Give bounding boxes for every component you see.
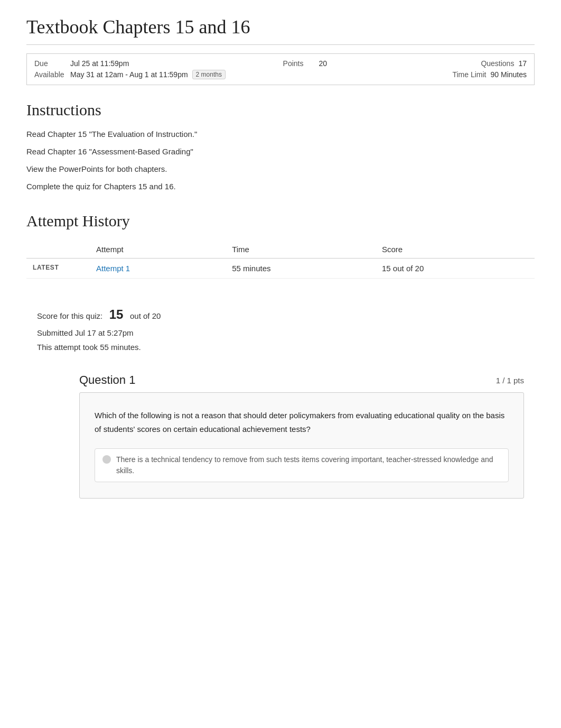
time-limit-value: 90 Minutes (491, 70, 527, 79)
question-pts: 1 / 1 pts (496, 376, 524, 385)
attempt-link[interactable]: Attempt 1 (96, 264, 130, 273)
attempt-history-section: Attempt History Attempt Time Score LATES… (26, 212, 535, 279)
instruction-item: Read Chapter 15 "The Evaluation of Instr… (26, 130, 535, 139)
question-title: Question 1 (79, 373, 135, 387)
duration-line: This attempt took 55 minutes. (37, 340, 524, 354)
available-value: May 31 at 12am - Aug 1 at 11:59pm (70, 70, 188, 79)
meta-section: Due Jul 25 at 11:59pm Points 20 Question… (26, 53, 535, 85)
score-prefix: Score for this quiz: (37, 311, 102, 320)
questions-value: 17 (518, 59, 527, 68)
question-header: Question 1 1 / 1 pts (79, 373, 524, 387)
points-value: 20 (319, 59, 328, 68)
months-badge: 2 months (192, 70, 226, 79)
answer-text: There is a technical tendency to remove … (116, 454, 501, 476)
meta-row-available: Available May 31 at 12am - Aug 1 at 11:5… (34, 70, 527, 79)
answer-option: There is a technical tendency to remove … (95, 448, 509, 482)
col-header-score: Score (376, 241, 535, 259)
col-header-label (26, 241, 90, 259)
instructions-section: Instructions Read Chapter 15 "The Evalua… (26, 101, 535, 191)
page-title: Textbook Chapters 15 and 16 (26, 16, 535, 45)
score-summary: Score for this quiz: 15 out of 20 Submit… (26, 294, 535, 363)
score-suffix: out of 20 (130, 311, 161, 320)
table-row: LATEST Attempt 1 55 minutes 15 out of 20 (26, 259, 535, 279)
question-text: Which of the following is not a reason t… (95, 409, 509, 436)
table-header-row: Attempt Time Score (26, 241, 535, 259)
meta-row-due: Due Jul 25 at 11:59pm Points 20 Question… (34, 59, 527, 68)
col-header-time: Time (226, 241, 376, 259)
score-number: 15 (109, 307, 124, 321)
question-content-box: Which of the following is not a reason t… (79, 392, 524, 499)
instructions-list: Read Chapter 15 "The Evaluation of Instr… (26, 130, 535, 191)
question-section: Question 1 1 / 1 pts Which of the follow… (79, 373, 524, 499)
score-line: Score for this quiz: 15 out of 20 (37, 303, 524, 326)
attempt-table: Attempt Time Score LATEST Attempt 1 55 m… (26, 241, 535, 279)
row-time: 55 minutes (226, 259, 376, 279)
due-label: Due (34, 59, 66, 68)
available-label: Available (34, 70, 66, 79)
row-score: 15 out of 20 (376, 259, 535, 279)
instruction-item: Read Chapter 16 "Assessment-Based Gradin… (26, 147, 535, 156)
instructions-title: Instructions (26, 101, 535, 119)
attempt-history-title: Attempt History (26, 212, 535, 230)
questions-label: Questions (481, 59, 514, 68)
submitted-line: Submitted Jul 17 at 5:27pm (37, 326, 524, 340)
col-header-attempt: Attempt (90, 241, 226, 259)
answer-bullet-icon (102, 455, 111, 464)
instruction-item: Complete the quiz for Chapters 15 and 16… (26, 182, 535, 191)
time-limit-label: Time Limit (452, 70, 486, 79)
row-label: LATEST (26, 259, 90, 279)
points-label: Points (283, 59, 315, 68)
instruction-item: View the PowerPoints for both chapters. (26, 164, 535, 173)
row-attempt: Attempt 1 (90, 259, 226, 279)
due-value: Jul 25 at 11:59pm (70, 59, 129, 68)
